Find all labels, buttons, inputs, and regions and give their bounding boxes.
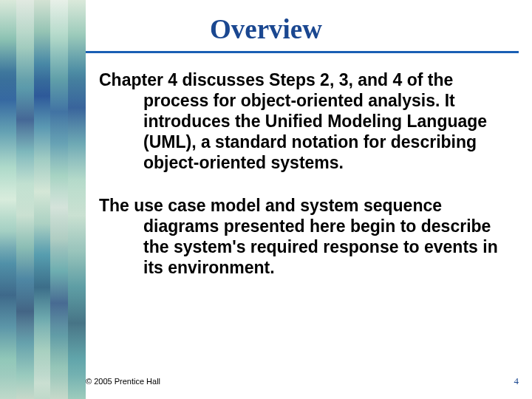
paragraph: Chapter 4 discusses Steps 2, 3, and 4 of…: [99, 69, 502, 173]
slide-title: Overview: [0, 0, 532, 51]
title-divider: [86, 51, 519, 53]
slide-body: Chapter 4 discusses Steps 2, 3, and 4 of…: [99, 69, 502, 278]
slide-content: Overview Chapter 4 discusses Steps 2, 3,…: [0, 0, 532, 399]
copyright-text: © 2005 Prentice Hall: [86, 377, 160, 386]
slide-footer: © 2005 Prentice Hall 4: [86, 375, 519, 387]
page-number: 4: [514, 375, 519, 387]
paragraph: The use case model and system sequence d…: [99, 195, 502, 278]
